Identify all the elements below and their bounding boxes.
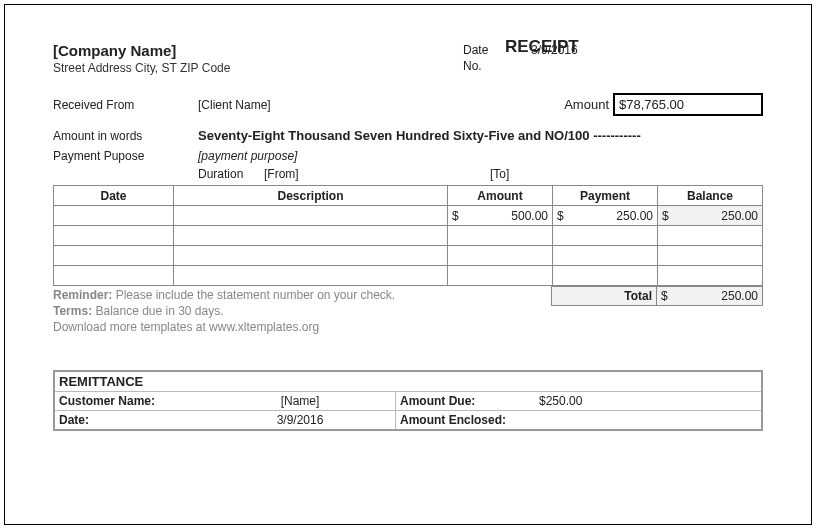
amount-words-value: Seventy-Eight Thousand Seven Hundred Six… — [198, 128, 763, 143]
cell-amount — [448, 226, 553, 246]
cell-payment — [553, 266, 658, 286]
cell-date — [54, 206, 174, 226]
date-value: 3/9/2016 — [531, 43, 578, 59]
remit-amount-due-label: Amount Due: — [395, 392, 535, 410]
cell-balance — [658, 246, 763, 266]
reminder-line: Reminder: Please include the statement n… — [53, 288, 551, 302]
table-row — [54, 246, 763, 266]
col-date: Date — [54, 186, 174, 206]
total-sym: $ — [661, 289, 668, 303]
no-label: No. — [463, 59, 501, 75]
cell-balance: $250.00 — [658, 206, 763, 226]
date-label: Date — [463, 43, 501, 59]
remittance-title: REMITTANCE — [55, 372, 761, 392]
duration-label: Duration — [198, 167, 258, 181]
received-from-value: [Client Name] — [198, 98, 564, 112]
cell-desc — [174, 266, 448, 286]
cell-date — [54, 266, 174, 286]
total-label: Total — [551, 286, 657, 306]
remit-enclosed-value — [535, 411, 761, 429]
cell-payment: $250.00 — [553, 206, 658, 226]
no-value — [531, 59, 578, 75]
cell-desc — [174, 206, 448, 226]
cell-balance — [658, 266, 763, 286]
table-row — [54, 226, 763, 246]
amount-box: $78,765.00 — [613, 93, 763, 116]
cell-balance — [658, 226, 763, 246]
cell-payment — [553, 246, 658, 266]
reminder-label: Reminder: — [53, 288, 112, 302]
receipt-page: [Company Name] Street Address City, ST Z… — [4, 4, 812, 525]
cell-amount — [448, 266, 553, 286]
table-row: $500.00$250.00$250.00 — [54, 206, 763, 226]
remit-customer-label: Customer Name: — [55, 392, 205, 410]
amount-words-label: Amount in words — [53, 129, 198, 143]
col-description: Description — [174, 186, 448, 206]
amount-label: Amount — [564, 97, 609, 112]
cell-desc — [174, 246, 448, 266]
remittance-box: REMITTANCE Customer Name: [Name] Amount … — [53, 370, 763, 431]
remit-enclosed-label: Amount Enclosed: — [395, 411, 535, 429]
col-payment: Payment — [553, 186, 658, 206]
cell-amount — [448, 246, 553, 266]
terms-line: Terms: Balance due in 30 days. — [53, 304, 551, 318]
total-num: 250.00 — [721, 289, 758, 303]
cell-desc — [174, 226, 448, 246]
company-address: Street Address City, ST ZIP Code — [53, 61, 230, 75]
table-row — [54, 266, 763, 286]
remit-amount-due-value: $250.00 — [535, 392, 761, 410]
terms-text: Balance due in 30 days. — [92, 304, 223, 318]
cell-date — [54, 246, 174, 266]
remit-date-label: Date: — [55, 411, 205, 429]
duration-from: [From] — [264, 167, 484, 181]
cell-amount: $500.00 — [448, 206, 553, 226]
line-items-table: Date Description Amount Payment Balance … — [53, 185, 763, 286]
duration-to: [To] — [490, 167, 509, 181]
received-from-label: Received From — [53, 98, 198, 112]
payment-purpose-label: Payment Pupose — [53, 149, 198, 163]
remit-date-value: 3/9/2016 — [205, 411, 395, 429]
total-value: $ 250.00 — [657, 286, 763, 306]
remit-customer-value: [Name] — [205, 392, 395, 410]
cell-date — [54, 226, 174, 246]
reminder-text: Please include the statement number on y… — [112, 288, 395, 302]
download-line: Download more templates at www.xltemplat… — [53, 320, 551, 334]
cell-payment — [553, 226, 658, 246]
payment-purpose-value: [payment purpose] — [198, 149, 297, 163]
company-name: [Company Name] — [53, 42, 230, 59]
col-amount: Amount — [448, 186, 553, 206]
terms-label: Terms: — [53, 304, 92, 318]
col-balance: Balance — [658, 186, 763, 206]
